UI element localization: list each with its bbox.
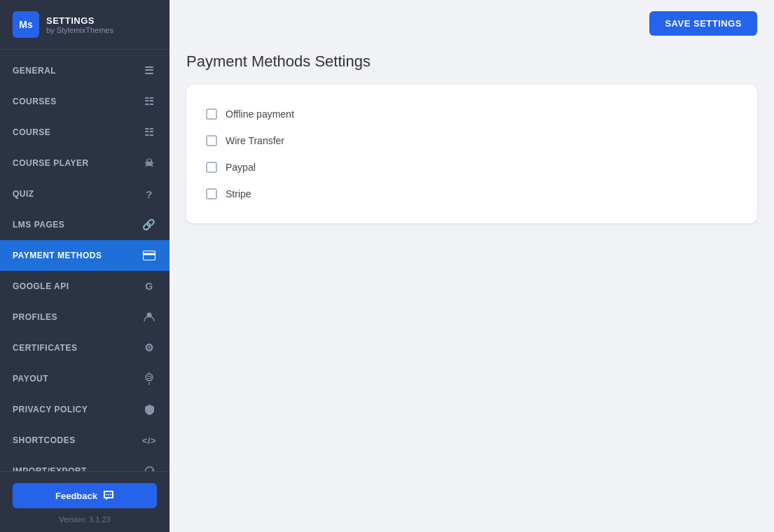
sidebar-item-lms-pages[interactable]: LMS PAGES 🔗 bbox=[0, 209, 170, 240]
version-label: Version: 3.1.23 bbox=[13, 515, 157, 524]
stripe-checkbox[interactable] bbox=[206, 188, 217, 200]
person-icon bbox=[141, 309, 157, 325]
top-bar: SAVE SETTINGS bbox=[170, 0, 774, 47]
paypal-label: Paypal bbox=[226, 162, 256, 173]
stripe-item: Stripe bbox=[206, 181, 738, 206]
sidebar-item-payment-methods[interactable]: PAYMENT METHODS bbox=[0, 240, 170, 271]
sidebar: Ms SETTINGS by StylemixThemes GENERAL ☰ … bbox=[0, 0, 170, 532]
sidebar-item-quiz[interactable]: QUIZ ? bbox=[0, 178, 170, 209]
sidebar-footer: Feedback Version: 3.1.23 bbox=[0, 471, 170, 532]
offline-payment-checkbox[interactable] bbox=[206, 108, 217, 120]
question-icon: ? bbox=[141, 186, 157, 202]
app-title: SETTINGS bbox=[46, 15, 113, 26]
app-logo: Ms bbox=[13, 11, 39, 38]
sidebar-item-course[interactable]: COURSE ☷ bbox=[0, 117, 170, 148]
code-icon: </> bbox=[141, 433, 157, 448]
wire-transfer-checkbox[interactable] bbox=[206, 135, 217, 146]
paypal-item: Paypal bbox=[206, 155, 738, 180]
money-icon bbox=[141, 371, 157, 386]
feedback-button[interactable]: Feedback bbox=[13, 483, 157, 508]
sliders-icon: ☰ bbox=[141, 63, 157, 78]
svg-point-7 bbox=[108, 494, 109, 496]
paypal-checkbox[interactable] bbox=[206, 162, 217, 173]
app-title-group: SETTINGS by StylemixThemes bbox=[46, 15, 113, 34]
stripe-label: Stripe bbox=[226, 188, 251, 200]
app-subtitle: by StylemixThemes bbox=[46, 26, 113, 34]
sidebar-item-course-player[interactable]: COURSE PLAYER ☠ bbox=[0, 148, 170, 178]
wire-transfer-label: Wire Transfer bbox=[226, 135, 284, 146]
sidebar-item-courses[interactable]: COURSES ☷ bbox=[0, 86, 170, 117]
svg-rect-0 bbox=[144, 251, 156, 260]
main-content: SAVE SETTINGS Payment Methods Settings O… bbox=[170, 0, 774, 532]
svg-rect-1 bbox=[144, 253, 156, 255]
offline-payment-label: Offline payment bbox=[226, 108, 294, 120]
offline-payment-item: Offline payment bbox=[206, 102, 738, 127]
google-icon: G bbox=[141, 279, 157, 294]
sidebar-item-shortcodes[interactable]: SHORTCODES </> bbox=[0, 425, 170, 456]
sidebar-item-import-export[interactable]: IMPORT/EXPORT bbox=[0, 456, 170, 471]
content-area: Payment Methods Settings Offline payment… bbox=[170, 47, 774, 532]
sidebar-nav: GENERAL ☰ COURSES ☷ COURSE ☷ COURSE PLAY… bbox=[0, 50, 170, 471]
sidebar-item-profiles[interactable]: PROFILES bbox=[0, 302, 170, 332]
link-icon: 🔗 bbox=[141, 217, 157, 232]
refresh-icon bbox=[141, 463, 157, 471]
sidebar-header: Ms SETTINGS by StylemixThemes bbox=[0, 0, 170, 50]
badge-icon: ⚙ bbox=[141, 340, 157, 356]
payment-methods-card: Offline payment Wire Transfer Paypal Str… bbox=[186, 85, 757, 223]
svg-point-8 bbox=[110, 494, 111, 496]
page-title: Payment Methods Settings bbox=[186, 52, 757, 71]
sidebar-item-general[interactable]: GENERAL ☰ bbox=[0, 55, 170, 86]
doc-icon: ☷ bbox=[141, 125, 157, 140]
sidebar-item-privacy-policy[interactable]: PRIVACY POLICY bbox=[0, 394, 170, 425]
person-screen-icon: ☠ bbox=[141, 155, 157, 171]
payment-icon bbox=[141, 248, 157, 263]
list-icon: ☷ bbox=[141, 94, 157, 109]
svg-point-6 bbox=[106, 494, 107, 496]
sidebar-item-google-api[interactable]: GOOGLE API G bbox=[0, 271, 170, 302]
shield-icon bbox=[141, 402, 157, 417]
wire-transfer-item: Wire Transfer bbox=[206, 128, 738, 153]
sidebar-item-certificates[interactable]: CERTIFICATES ⚙ bbox=[0, 332, 170, 363]
save-settings-button[interactable]: SAVE SETTINGS bbox=[649, 11, 757, 36]
sidebar-item-payout[interactable]: PAYOUT bbox=[0, 363, 170, 394]
